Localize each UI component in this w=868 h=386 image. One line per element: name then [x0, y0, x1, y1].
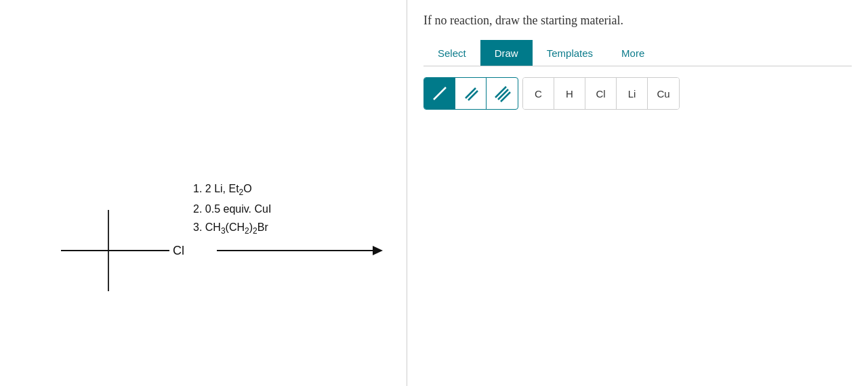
tabs-bar: Select Draw Templates More	[423, 40, 852, 66]
double-bond-button[interactable]	[455, 78, 487, 109]
element-H-button[interactable]: H	[554, 78, 585, 109]
element-Li-button[interactable]: Li	[617, 78, 648, 109]
single-bond-button[interactable]	[424, 78, 455, 109]
chemistry-drawing-panel: Cl 1. 2 Li, Et2O 2. 0.5 equiv. CuI 3. CH…	[0, 0, 407, 386]
tab-select[interactable]: Select	[423, 40, 480, 66]
reaction-step-2: 2. 0.5 equiv. CuI	[193, 200, 271, 218]
toolbar: C H Cl Li Cu	[423, 77, 852, 110]
instruction-text: If no reaction, draw the starting materi…	[423, 14, 852, 28]
bond-button-group	[423, 77, 518, 110]
tab-more[interactable]: More	[607, 40, 659, 66]
reaction-step-1: 1. 2 Li, Et2O	[193, 179, 271, 200]
element-Cu-button[interactable]: Cu	[648, 78, 679, 109]
right-panel: If no reaction, draw the starting materi…	[407, 0, 868, 386]
svg-line-9	[468, 91, 478, 100]
svg-line-7	[434, 87, 446, 100]
triple-bond-button[interactable]	[487, 78, 518, 109]
element-button-group: C H Cl Li Cu	[522, 77, 680, 110]
tab-templates[interactable]: Templates	[533, 40, 607, 66]
element-Cl-button[interactable]: Cl	[585, 78, 617, 109]
reaction-step-3: 3. CH3(CH2)2Br	[193, 218, 271, 238]
reaction-conditions: 1. 2 Li, Et2O 2. 0.5 equiv. CuI 3. CH3(C…	[193, 179, 271, 238]
svg-line-12	[501, 92, 510, 102]
svg-marker-6	[373, 246, 383, 255]
element-C-button[interactable]: C	[523, 78, 554, 109]
svg-text:Cl: Cl	[173, 244, 184, 257]
tab-draw[interactable]: Draw	[480, 40, 533, 66]
